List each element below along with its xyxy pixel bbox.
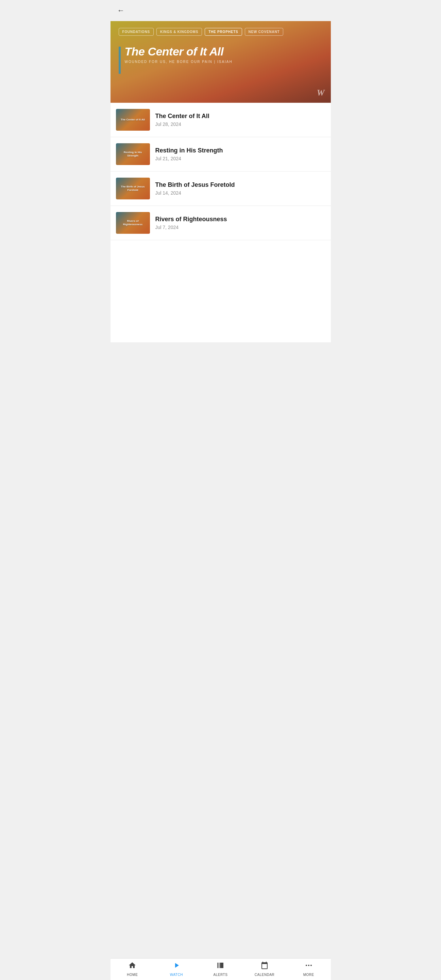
series-date: Jul 28, 2024 bbox=[155, 121, 325, 127]
series-thumbnail: The Center of It All bbox=[116, 109, 150, 130]
alerts-icon bbox=[216, 961, 224, 972]
back-button[interactable]: ← bbox=[116, 5, 126, 16]
series-thumbnail: Resting in His Strength bbox=[116, 143, 150, 165]
hero-accent-bar bbox=[119, 47, 121, 74]
series-item[interactable]: Rivers of Righteousness Rivers of Righte… bbox=[111, 206, 331, 240]
series-tab-new-covenant[interactable]: NEW COVENANT bbox=[245, 28, 284, 36]
series-info: The Center of It All Jul 28, 2024 bbox=[155, 113, 325, 127]
empty-space bbox=[111, 240, 331, 342]
series-tab-kings---kingdoms[interactable]: KINGS & KINGDOMS bbox=[156, 28, 202, 36]
series-thumbnail: Rivers of Righteousness bbox=[116, 212, 150, 234]
series-date: Jul 21, 2024 bbox=[155, 156, 325, 161]
series-info: Rivers of Righteousness Jul 7, 2024 bbox=[155, 216, 325, 230]
svg-point-1 bbox=[308, 965, 309, 966]
bottom-nav: HOME WATCH ALERTS CALENDAR M bbox=[111, 958, 331, 980]
hero-subtitle: WOUNDED FOR US, HE BORE OUR PAIN | ISAIA… bbox=[125, 60, 233, 64]
nav-alerts-label: ALERTS bbox=[214, 973, 228, 977]
nav-more-label: MORE bbox=[303, 973, 314, 977]
series-tab-the-prophets[interactable]: THE PROPHETS bbox=[205, 28, 242, 36]
calendar-icon bbox=[260, 961, 269, 972]
hero-overlay: FOUNDATIONSKINGS & KINGDOMSTHE PROPHETSN… bbox=[111, 21, 331, 103]
series-date: Jul 7, 2024 bbox=[155, 224, 325, 230]
series-list: The Center of It All The Center of It Al… bbox=[111, 103, 331, 240]
nav-alerts[interactable]: ALERTS bbox=[198, 961, 243, 977]
series-info: Resting in His Strength Jul 21, 2024 bbox=[155, 147, 325, 161]
nav-more[interactable]: MORE bbox=[287, 961, 331, 977]
series-date: Jul 14, 2024 bbox=[155, 190, 325, 196]
thumb-label: Resting in His Strength bbox=[118, 151, 148, 158]
svg-point-0 bbox=[306, 965, 307, 966]
series-title: The Birth of Jesus Foretold bbox=[155, 181, 325, 189]
thumb-label: Rivers of Righteousness bbox=[118, 220, 148, 227]
series-item[interactable]: The Birth of Jesus Foretold The Birth of… bbox=[111, 172, 331, 206]
series-item[interactable]: Resting in His Strength Resting in His S… bbox=[111, 137, 331, 172]
top-bar: ← bbox=[111, 0, 331, 21]
hero-title-block: The Center of It All WOUNDED FOR US, HE … bbox=[119, 45, 323, 74]
nav-calendar[interactable]: CALENDAR bbox=[243, 961, 287, 977]
nav-home-label: HOME bbox=[127, 973, 138, 977]
home-icon bbox=[128, 961, 136, 972]
thumb-label: The Center of It All bbox=[121, 118, 145, 121]
series-tab-foundations[interactable]: FOUNDATIONS bbox=[119, 28, 154, 36]
hero-text: The Center of It All WOUNDED FOR US, HE … bbox=[125, 45, 233, 64]
series-title: Resting in His Strength bbox=[155, 147, 325, 154]
more-icon bbox=[305, 961, 313, 972]
hero-banner: FOUNDATIONSKINGS & KINGDOMSTHE PROPHETSN… bbox=[111, 21, 331, 103]
nav-watch[interactable]: WATCH bbox=[154, 961, 198, 977]
nav-calendar-label: CALENDAR bbox=[255, 973, 274, 977]
hero-main-title: The Center of It All bbox=[125, 45, 233, 58]
hero-logo-watermark: W bbox=[317, 88, 324, 98]
nav-home[interactable]: HOME bbox=[111, 961, 155, 977]
nav-watch-label: WATCH bbox=[170, 973, 183, 977]
series-info: The Birth of Jesus Foretold Jul 14, 2024 bbox=[155, 181, 325, 196]
series-title: The Center of It All bbox=[155, 113, 325, 120]
series-thumbnail: The Birth of Jesus Foretold bbox=[116, 178, 150, 199]
watch-icon bbox=[172, 961, 181, 972]
back-arrow-icon: ← bbox=[117, 6, 125, 15]
thumb-label: The Birth of Jesus Foretold bbox=[118, 185, 148, 192]
series-item[interactable]: The Center of It All The Center of It Al… bbox=[111, 103, 331, 137]
series-title: Rivers of Righteousness bbox=[155, 216, 325, 223]
series-tabs: FOUNDATIONSKINGS & KINGDOMSTHE PROPHETSN… bbox=[119, 28, 323, 36]
svg-point-2 bbox=[311, 965, 312, 966]
